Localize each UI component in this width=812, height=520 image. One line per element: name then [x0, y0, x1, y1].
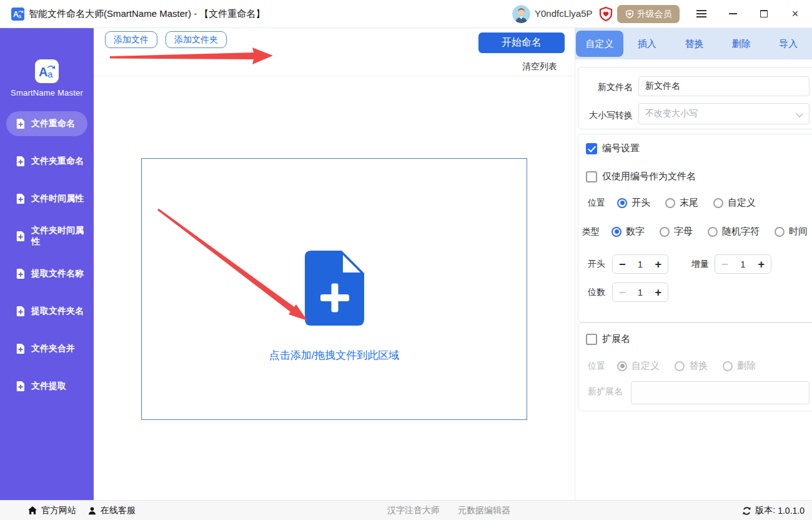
radio-disabled-icon — [723, 361, 733, 371]
metadata-editor-link[interactable]: 元数据编辑器 — [458, 501, 510, 520]
app-icon: Aa — [11, 8, 24, 21]
file-plus-icon — [16, 231, 25, 241]
case-convert-select[interactable]: 不改变大小写 — [638, 103, 810, 124]
sidebar: Aa SmartName Master 文件重命名 文件夹重命名 文件时间属性 … — [0, 28, 94, 500]
only-number-label: 仅使用编号作为文件名 — [602, 171, 696, 182]
plus-button[interactable]: + — [655, 259, 661, 270]
new-extension-input[interactable] — [631, 381, 810, 404]
chevron-down-icon — [796, 110, 803, 117]
sidebar-item-label: 文件夹重命名 — [31, 156, 84, 167]
svg-text:a: a — [18, 13, 21, 19]
file-plus-icon — [16, 344, 25, 354]
shield-heart-icon — [625, 9, 634, 19]
increment-label: 增量 — [691, 259, 709, 270]
username-label[interactable]: Y0ndfcLlya5P — [535, 8, 593, 19]
plus-button[interactable]: + — [655, 287, 661, 298]
sidebar-item-file-time[interactable]: 文件时间属性 — [6, 186, 87, 211]
official-website-link[interactable]: 官方网站 — [27, 501, 76, 520]
add-folder-button[interactable]: 添加文件夹 — [166, 31, 227, 48]
vip-badge-icon[interactable] — [598, 6, 613, 22]
minus-button[interactable]: − — [721, 259, 728, 270]
add-file-button[interactable]: 添加文件 — [105, 31, 157, 48]
digits-stepper: − 1 + — [612, 282, 668, 302]
increment-value: 1 — [740, 259, 745, 269]
file-drop-zone[interactable]: 点击添加/拖拽文件到此区域 — [141, 158, 527, 420]
start-rename-button[interactable]: 开始命名 — [478, 32, 565, 53]
upgrade-membership-button[interactable]: 升级会员 — [617, 5, 680, 23]
sidebar-item-folder-merge[interactable]: 文件夹合并 — [6, 336, 87, 361]
tab-import[interactable]: 导入 — [765, 38, 812, 50]
window-title: 智能文件命名大师(SmartName Master) - 【文件重命名】 — [29, 8, 265, 20]
new-filename-input[interactable] — [638, 76, 810, 96]
clear-list-button[interactable]: 清空列表 — [522, 61, 562, 72]
brand-name: SmartName Master — [0, 88, 94, 98]
tab-custom[interactable]: 自定义 — [576, 31, 623, 57]
file-plus-icon — [16, 194, 25, 204]
file-plus-icon — [16, 381, 25, 391]
maximize-button[interactable] — [751, 0, 776, 28]
increment-stepper: − 1 + — [715, 254, 771, 274]
online-service-link[interactable]: 在线客服 — [87, 501, 136, 520]
sidebar-item-label: 文件提取 — [31, 381, 66, 392]
version-info: 版本: 1.0.1.0 — [742, 501, 805, 520]
minus-button[interactable]: − — [619, 287, 626, 298]
sidebar-item-label: 文件夹时间属性 — [31, 225, 87, 248]
radio-position-custom[interactable]: 自定义 — [713, 197, 756, 209]
drop-zone-hint: 点击添加/拖拽文件到此区域 — [142, 348, 527, 362]
menu-icon[interactable] — [689, 0, 714, 28]
radio-position-start[interactable]: 开头 — [617, 197, 650, 209]
sidebar-item-extract-filename[interactable]: 提取文件名称 — [6, 261, 87, 286]
new-filename-label: 新文件名 — [575, 82, 633, 93]
radio-position-end[interactable]: 末尾 — [665, 197, 698, 209]
sidebar-item-folder-time[interactable]: 文件夹时间属性 — [6, 224, 87, 249]
start-number-value: 1 — [638, 259, 643, 269]
app-logo: Aa — [35, 59, 59, 83]
radio-type-time[interactable]: 时间 — [775, 226, 808, 238]
svg-text:A: A — [39, 65, 47, 79]
digits-label: 位数 — [588, 287, 605, 298]
tab-replace[interactable]: 替换 — [671, 38, 718, 50]
radio-type-number[interactable]: 数字 — [611, 226, 645, 238]
sidebar-item-file-rename[interactable]: 文件重命名 — [6, 111, 87, 136]
tab-delete[interactable]: 删除 — [718, 38, 765, 50]
radio-disabled-icon — [675, 361, 685, 371]
radio-icon — [660, 227, 670, 237]
radio-ext-replace[interactable]: 替换 — [675, 360, 708, 372]
pinyin-master-link[interactable]: 汉字注音大师 — [387, 501, 440, 520]
position-label: 位置 — [588, 198, 605, 209]
status-bar: 官方网站 在线客服 汉字注音大师 元数据编辑器 版本: 1.0.1.0 — [0, 500, 812, 520]
sidebar-item-folder-rename[interactable]: 文件夹重命名 — [6, 149, 87, 174]
checkbox-unchecked-icon — [586, 334, 597, 345]
user-avatar[interactable] — [512, 5, 530, 23]
radio-icon — [708, 227, 718, 237]
radio-type-letter[interactable]: 字母 — [660, 226, 693, 238]
radio-ext-delete[interactable]: 删除 — [723, 360, 756, 372]
only-number-checkbox[interactable]: 仅使用编号作为文件名 — [586, 171, 696, 182]
minimize-button[interactable] — [720, 0, 745, 28]
tab-insert[interactable]: 插入 — [623, 38, 671, 50]
radio-icon — [775, 227, 785, 237]
digits-value: 1 — [638, 287, 643, 298]
checkbox-unchecked-icon — [586, 171, 597, 182]
extension-position-radio-group: 位置 自定义 替换 删除 — [588, 360, 756, 372]
radio-icon — [665, 198, 675, 208]
radio-type-random[interactable]: 随机字符 — [708, 226, 760, 238]
radio-ext-custom[interactable]: 自定义 — [617, 360, 660, 372]
home-icon — [27, 506, 37, 516]
sidebar-item-label: 文件夹合并 — [31, 343, 75, 354]
plus-button[interactable]: + — [758, 259, 765, 270]
new-extension-label: 新扩展名 — [588, 386, 623, 398]
svg-text:a: a — [47, 69, 53, 79]
number-type-radio-group: 类型 数字 字母 随机字符 时间 — [582, 226, 808, 238]
sidebar-item-label: 提取文件夹名 — [31, 306, 84, 317]
refresh-icon[interactable] — [742, 506, 751, 516]
file-plus-icon — [16, 306, 25, 316]
sidebar-item-file-extract[interactable]: 文件提取 — [6, 374, 87, 399]
ext-position-label: 位置 — [588, 361, 605, 372]
extension-checkbox[interactable]: 扩展名 — [586, 333, 630, 345]
upgrade-label: 升级会员 — [637, 9, 672, 20]
minus-button[interactable]: − — [619, 259, 626, 270]
numbering-checkbox[interactable]: 编号设置 — [586, 142, 640, 154]
sidebar-item-extract-foldername[interactable]: 提取文件夹名 — [6, 299, 87, 324]
close-button[interactable]: × — [783, 0, 808, 28]
